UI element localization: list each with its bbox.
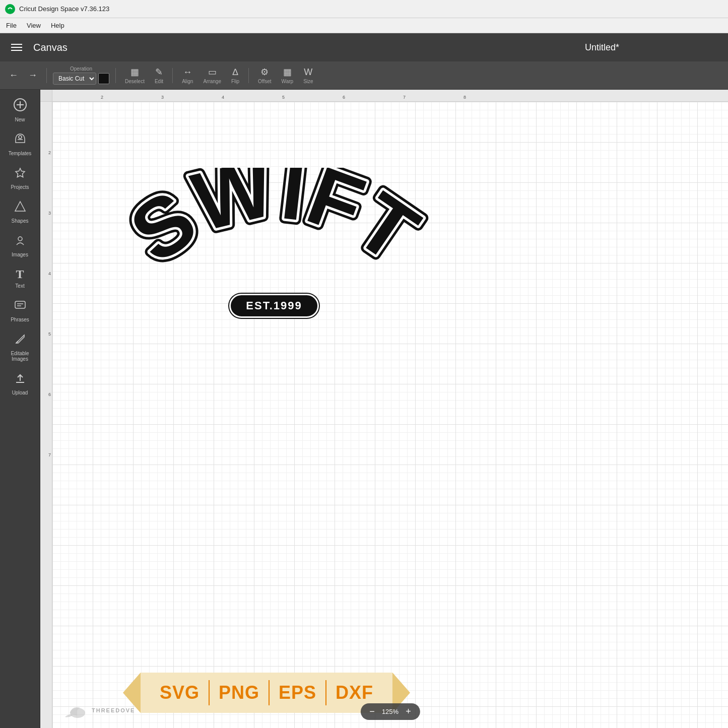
templates-icon [14, 133, 27, 149]
flip-button[interactable]: ∆ Flip [228, 66, 242, 85]
sidebar-item-templates[interactable]: Templates [0, 128, 40, 160]
sidebar-item-upload[interactable]: Upload [0, 368, 40, 400]
size-icon: W [304, 67, 312, 78]
zoom-in-button[interactable]: + [403, 705, 414, 718]
sidebar-item-images[interactable]: Images [0, 230, 40, 261]
toolbar-separator-1 [46, 68, 47, 83]
menu-view[interactable]: View [27, 22, 41, 29]
grid-canvas: SWIFT SWIFT SWIFT SWIFT [52, 102, 728, 728]
format-svg: SVG [151, 682, 209, 703]
operation-select[interactable]: Basic Cut [53, 73, 96, 85]
menu-help[interactable]: Help [51, 22, 64, 29]
deselect-button[interactable]: ▦ Deselect [122, 65, 148, 85]
arrange-label: Arrange [203, 79, 221, 84]
app-header: Canvas Untitled* [0, 33, 728, 61]
app-icon [5, 4, 15, 14]
shapes-icon [14, 200, 27, 216]
text-icon: T [16, 268, 24, 281]
offset-button[interactable]: ⚙ Offset [255, 65, 275, 85]
operation-label: Operation [70, 66, 92, 72]
sidebar-item-shapes-label: Shapes [12, 218, 29, 224]
color-swatch[interactable] [98, 73, 109, 84]
undo-button[interactable]: ← [6, 68, 21, 83]
sidebar-item-editable-images-label: Editable Images [2, 351, 38, 362]
watermark: THREEDOVE [62, 698, 135, 723]
sidebar-item-new[interactable]: New [0, 94, 40, 126]
warp-label: Warp [282, 79, 294, 84]
sidebar-item-editable-images[interactable]: Editable Images [0, 328, 40, 366]
format-dxf: DXF [326, 682, 382, 703]
phrases-icon [14, 299, 27, 315]
sidebar-item-shapes[interactable]: Shapes [0, 196, 40, 228]
images-icon [14, 234, 27, 250]
align-button[interactable]: ↔ Align [179, 66, 196, 85]
document-title: Untitled* [585, 42, 619, 53]
ruler-top: 2 3 4 5 6 7 8 [52, 90, 728, 102]
ruler-num-6: 6 [343, 95, 345, 100]
sidebar-item-upload-label: Upload [12, 390, 28, 395]
svg-rect-8 [15, 301, 25, 308]
sidebar-item-text-label: Text [15, 283, 24, 289]
ruler-num-3: 3 [161, 95, 164, 100]
ruler-num-4: 4 [222, 95, 224, 100]
ruler-corner [40, 90, 52, 102]
new-icon [13, 98, 27, 115]
zoom-level: 125% [382, 708, 399, 715]
ruler-left: 2 3 4 5 6 7 [40, 102, 52, 728]
arrange-button[interactable]: ▭ Arrange [200, 65, 224, 85]
ruler-num-v-6: 6 [48, 392, 51, 397]
offset-icon: ⚙ [260, 67, 269, 78]
size-button[interactable]: W Size [300, 66, 316, 85]
main-area: New Templates Projects [0, 90, 728, 728]
sidebar-item-phrases-label: Phrases [11, 317, 29, 322]
warp-button[interactable]: ▦ Warp [279, 65, 297, 85]
offset-label: Offset [258, 79, 272, 84]
svg-point-4 [19, 136, 22, 139]
sidebar-item-projects[interactable]: Projects [0, 162, 40, 194]
canvas-label: Canvas [33, 42, 68, 53]
sidebar-item-new-label: New [15, 117, 25, 122]
toolbar-separator-4 [248, 68, 249, 83]
redo-button[interactable]: → [25, 68, 40, 83]
main-toolbar: ← → Operation Basic Cut ▦ Deselect ✎ Edi… [0, 61, 728, 90]
ruler-num-8: 8 [464, 95, 466, 100]
toolbar-separator-2 [115, 68, 116, 83]
canvas-area: 2 3 4 5 6 7 8 2 3 4 5 6 7 [40, 90, 728, 728]
edit-button[interactable]: ✎ Edit [152, 65, 166, 85]
operation-section: Operation Basic Cut [53, 66, 109, 85]
edit-label: Edit [155, 79, 163, 84]
zoom-controls: − 125% + [360, 703, 420, 720]
ruler-num-v-3: 3 [48, 211, 51, 216]
zoom-out-button[interactable]: − [366, 705, 378, 718]
flip-label: Flip [231, 79, 239, 84]
watermark-bird-icon [62, 698, 88, 723]
menu-bar: File View Help [0, 18, 728, 33]
ruler-num-2: 2 [101, 95, 103, 100]
menu-file[interactable]: File [6, 22, 17, 29]
operation-select-wrap: Basic Cut [53, 73, 109, 85]
format-eps: EPS [270, 682, 325, 703]
est-badge: EST.1999 [229, 294, 318, 318]
sidebar-item-phrases[interactable]: Phrases [0, 295, 40, 326]
hamburger-button[interactable] [8, 41, 25, 54]
ruler-num-7: 7 [403, 95, 406, 100]
edit-icon: ✎ [155, 67, 163, 78]
deselect-label: Deselect [125, 79, 145, 84]
est-text: EST.1999 [246, 299, 302, 312]
operation-group: Operation Basic Cut [53, 66, 109, 85]
align-icon: ↔ [183, 67, 192, 78]
sidebar-item-text[interactable]: T Text [0, 263, 40, 293]
format-png: PNG [210, 682, 269, 703]
sidebar-item-templates-label: Templates [9, 151, 32, 156]
svg-point-7 [18, 237, 22, 241]
svg-point-0 [7, 6, 14, 13]
ruler-num-v-7: 7 [48, 452, 51, 457]
title-bar: Cricut Design Space v7.36.123 [0, 0, 728, 18]
ruler-num-v-4: 4 [48, 271, 51, 276]
align-label: Align [182, 79, 193, 84]
svg-text:SWIFT: SWIFT [118, 168, 430, 280]
watermark-text: THREEDOVE [92, 707, 135, 713]
svg-marker-6 [15, 202, 25, 211]
deselect-icon: ▦ [130, 67, 139, 78]
design-content: SWIFT SWIFT SWIFT SWIFT [103, 147, 445, 339]
